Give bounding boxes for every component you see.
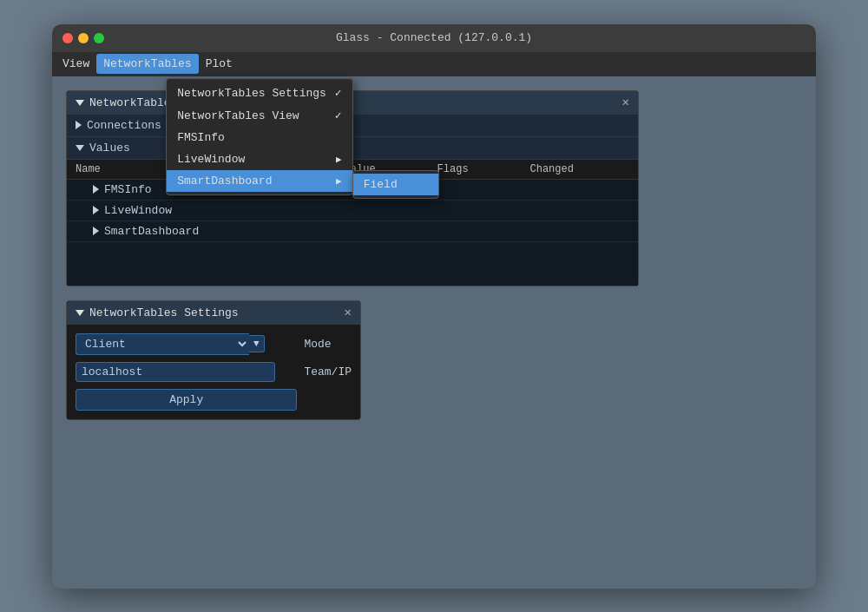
settings-panel-header: NetworkTables Settings ✕ bbox=[67, 301, 360, 325]
dropdown-nt-view[interactable]: NetworkTables View ✓ bbox=[167, 104, 352, 127]
nt-panel-footer bbox=[67, 242, 638, 286]
connections-label: Connections bbox=[87, 119, 161, 132]
titlebar: Glass - Connected (127.0.0.1) bbox=[52, 24, 816, 52]
main-window: Glass - Connected (127.0.0.1) View Netwo… bbox=[52, 24, 816, 589]
row-expand-icon[interactable] bbox=[93, 185, 99, 194]
row-name-inner: LiveWindow bbox=[76, 204, 327, 217]
col-changed: Changed bbox=[522, 160, 638, 180]
settings-collapse-icon[interactable] bbox=[76, 310, 84, 316]
mode-label: Mode bbox=[304, 338, 352, 351]
row-name: SmartDashboard bbox=[67, 220, 336, 241]
row-flags bbox=[429, 220, 522, 241]
row-flags bbox=[429, 179, 522, 200]
smartdashboard-arrow: ▶ bbox=[336, 175, 342, 187]
settings-panel-header-left: NetworkTables Settings bbox=[76, 306, 239, 319]
values-expand-icon[interactable] bbox=[76, 145, 84, 151]
settings-body: Client ▼ Mode Team/IP Apply bbox=[67, 325, 360, 419]
menu-networktables[interactable]: NetworkTables NetworkTables Settings ✓ N… bbox=[96, 54, 198, 74]
nt-panel-close[interactable]: ✕ bbox=[622, 96, 629, 109]
settings-panel: NetworkTables Settings ✕ Client ▼ Mode T… bbox=[66, 300, 361, 420]
mode-select-wrap: Client ▼ bbox=[76, 333, 297, 355]
networktables-dropdown: NetworkTables Settings ✓ NetworkTables V… bbox=[166, 78, 352, 195]
submenu-field[interactable]: Field bbox=[353, 174, 438, 195]
row-name-inner: SmartDashboard bbox=[76, 225, 327, 238]
row-changed bbox=[522, 179, 638, 200]
window-title: Glass - Connected (127.0.0.1) bbox=[336, 31, 532, 44]
row-changed bbox=[522, 220, 638, 241]
minimize-button[interactable] bbox=[78, 33, 89, 43]
mode-select[interactable]: Client bbox=[76, 333, 249, 355]
maximize-button[interactable] bbox=[94, 33, 104, 43]
dropdown-smartdashboard[interactable]: SmartDashboard ▶ Field bbox=[167, 170, 352, 192]
row-changed bbox=[522, 200, 638, 220]
dropdown-nt-settings[interactable]: NetworkTables Settings ✓ bbox=[167, 82, 352, 104]
row-value bbox=[336, 220, 429, 241]
dropdown-fmsinfo[interactable]: FMSInfo bbox=[167, 127, 352, 148]
table-row[interactable]: SmartDashboard bbox=[67, 220, 638, 241]
values-label: Values bbox=[89, 141, 130, 155]
mode-dropdown-arrow[interactable]: ▼ bbox=[249, 335, 265, 352]
dropdown-livewindow[interactable]: LiveWindow ▶ bbox=[167, 148, 352, 170]
menu-plot[interactable]: Plot bbox=[199, 54, 240, 74]
row-value bbox=[336, 200, 429, 220]
col-flags: Flags bbox=[429, 160, 522, 180]
nt-panel-title: NetworkTables bbox=[89, 96, 177, 109]
connections-expand-icon[interactable] bbox=[76, 121, 82, 129]
menubar: View NetworkTables NetworkTables Setting… bbox=[52, 52, 816, 76]
window-controls bbox=[62, 33, 104, 43]
apply-button[interactable]: Apply bbox=[76, 389, 297, 411]
table-row[interactable]: LiveWindow bbox=[67, 200, 638, 220]
team-ip-label: Team/IP bbox=[304, 365, 352, 378]
row-name: LiveWindow bbox=[67, 200, 336, 220]
menu-view[interactable]: View bbox=[56, 54, 96, 74]
row-flags bbox=[429, 200, 522, 220]
nt-panel-header-left: NetworkTables bbox=[76, 96, 177, 109]
row-expand-icon[interactable] bbox=[93, 206, 99, 214]
nt-collapse-icon[interactable] bbox=[76, 100, 84, 106]
settings-panel-close[interactable]: ✕ bbox=[345, 306, 352, 319]
smartdashboard-submenu: Field bbox=[352, 170, 439, 199]
team-ip-input[interactable] bbox=[76, 362, 275, 382]
nt-settings-check: ✓ bbox=[335, 86, 342, 100]
livewindow-arrow: ▶ bbox=[336, 154, 342, 165]
settings-panel-title: NetworkTables Settings bbox=[89, 306, 239, 319]
row-expand-icon[interactable] bbox=[93, 227, 99, 235]
close-button[interactable] bbox=[62, 33, 73, 43]
nt-view-check: ✓ bbox=[335, 109, 342, 122]
